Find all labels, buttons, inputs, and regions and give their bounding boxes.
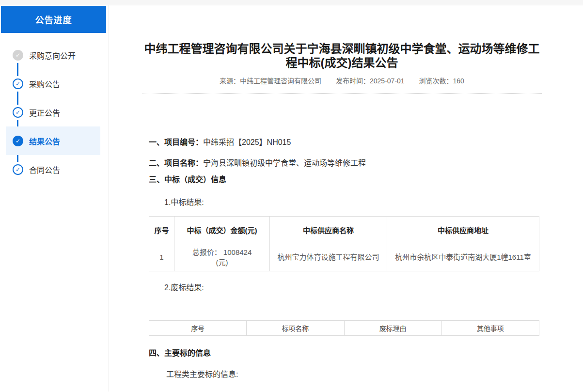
section-project-name: 二、项目名称：宁海县深甽镇初级中学食堂、运动场等维修工程 [149, 158, 539, 168]
column-header-supplier-address: 中标供应商地址 [387, 217, 539, 243]
sidebar-step-label: 采购公告 [29, 78, 60, 90]
meta-view-count: 浏览次数：160 [419, 77, 464, 85]
table-header-row: 序号 标项名称 废标理由 其他事项 [149, 321, 539, 336]
subsection-rejected-result: 2.废标结果: [164, 281, 539, 293]
check-glyph: ✓ [16, 52, 20, 59]
engineering-subject-note: 工程类主要标的信息: [166, 368, 539, 379]
check-circle-icon: ✓ [13, 78, 23, 89]
check-circle-icon: ✓ [13, 164, 23, 175]
sidebar-step-contract-notice[interactable]: ✓ 合同公告 [6, 155, 100, 184]
check-glyph: ✓ [16, 80, 20, 87]
page-title: 中纬工程管理咨询有限公司关于宁海县深甽镇初级中学食堂、运动场等维修工程中标(成交… [142, 42, 542, 70]
column-header-seq: 序号 [149, 217, 174, 243]
section-award-info: 三、中标（成交）信息 [149, 175, 539, 184]
section-label: 一、项目编号： [149, 138, 203, 146]
announcement-main: 中纬工程管理咨询有限公司关于宁海县深甽镇初级中学食堂、运动场等维修工程中标(成交… [109, 5, 583, 392]
meta-source: 来源：中纬工程管理咨询有限公司 [220, 77, 321, 85]
check-circle-icon: ✓ [13, 136, 23, 146]
page-layout: 公告进度 ✓ 采购意向公开 ✓ 采购公告 ✓ 更正公告 ✓ 结果公告 ✓ 合同 [0, 5, 583, 392]
announcement-content: 中纬工程管理咨询有限公司关于宁海县深甽镇初级中学食堂、运动场等维修工程中标(成交… [142, 5, 542, 379]
column-header-other-matters: 其他事项 [441, 321, 539, 336]
divider [142, 94, 542, 94]
announcement-meta: 来源：中纬工程管理咨询有限公司 发布时间：2025-07-01 浏览次数：160 [142, 76, 542, 85]
cell-supplier-name: 杭州宝力体育设施工程有限公司 [270, 243, 387, 271]
sidebar-step-label: 合同公告 [29, 164, 60, 175]
progress-timeline: ✓ 采购意向公开 ✓ 采购公告 ✓ 更正公告 ✓ 结果公告 ✓ 合同公告 [0, 41, 109, 184]
sidebar-step-result-notice[interactable]: ✓ 结果公告 [6, 126, 100, 155]
column-header-seq: 序号 [149, 321, 247, 336]
section-main-subject-info: 四、主要标的信息 [149, 348, 539, 358]
check-circle-icon: ✓ [13, 107, 23, 118]
section-label: 二、项目名称： [149, 159, 203, 167]
top-strip [0, 0, 583, 5]
column-header-amount: 中标（成交）金额(元) [174, 217, 270, 243]
announcement-progress-sidebar: 公告进度 ✓ 采购意向公开 ✓ 采购公告 ✓ 更正公告 ✓ 结果公告 ✓ 合同 [0, 5, 109, 392]
check-glyph: ✓ [16, 166, 20, 173]
project-name-value: 宁海县深甽镇初级中学食堂、运动场等维修工程 [203, 159, 366, 167]
cell-seq: 1 [149, 243, 174, 271]
section-project-number: 一、项目编号：中纬采招【2025】NH015 [149, 138, 539, 147]
sidebar-step-label: 结果公告 [29, 135, 60, 147]
check-glyph: ✓ [16, 109, 20, 116]
sidebar-step-label: 更正公告 [29, 107, 60, 118]
meta-publish-time: 发布时间：2025-07-01 [336, 77, 405, 85]
rejected-bids-table: 序号 标项名称 废标理由 其他事项 [149, 320, 539, 336]
section-label: 三、中标（成交）信息 [149, 175, 226, 184]
sidebar-step-label: 采购意向公开 [29, 49, 76, 61]
check-glyph: ✓ [16, 138, 20, 144]
subsection-award-result: 1.中标结果: [164, 196, 539, 207]
check-circle-icon: ✓ [13, 50, 23, 61]
cell-amount: 总报价： 1008424 (元) [174, 243, 270, 271]
cell-supplier-address: 杭州市余杭区中泰街道南湖大厦1幢1611室 [387, 243, 539, 271]
sidebar-step-correction-notice[interactable]: ✓ 更正公告 [6, 98, 100, 126]
column-header-supplier-name: 中标供应商名称 [270, 217, 387, 243]
award-result-table: 序号 中标（成交）金额(元) 中标供应商名称 中标供应商地址 1 总报价： 10… [149, 216, 539, 271]
table-header-row: 序号 中标（成交）金额(元) 中标供应商名称 中标供应商地址 [149, 217, 539, 243]
sidebar-step-procurement-intent[interactable]: ✓ 采购意向公开 [6, 41, 100, 69]
announcement-body: 一、项目编号：中纬采招【2025】NH015 二、项目名称：宁海县深甽镇初级中学… [149, 138, 539, 379]
column-header-lot-name: 标项名称 [247, 321, 344, 336]
sidebar-title: 公告进度 [1, 6, 106, 33]
project-number-value: 中纬采招【2025】NH015 [203, 138, 291, 146]
table-row: 1 总报价： 1008424 (元) 杭州宝力体育设施工程有限公司 杭州市余杭区… [149, 243, 539, 271]
sidebar-step-procurement-notice[interactable]: ✓ 采购公告 [6, 69, 100, 98]
column-header-rejection-reason: 废标理由 [344, 321, 441, 336]
section-label: 四、主要标的信息 [149, 349, 211, 357]
